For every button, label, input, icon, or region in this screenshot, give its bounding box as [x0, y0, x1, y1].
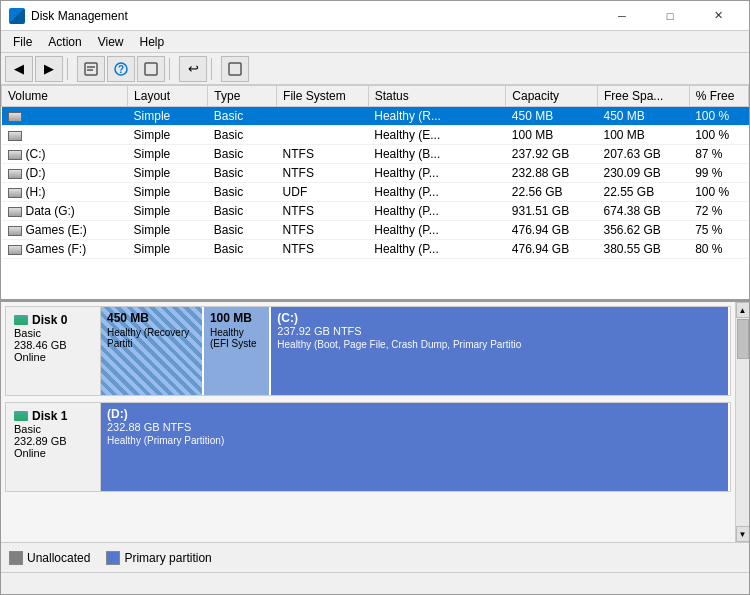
svg-text:?: ? — [118, 64, 124, 75]
partition-name: 100 MB — [210, 311, 263, 325]
disk-type: Basic — [14, 327, 92, 339]
cell-volume: (C:) — [2, 145, 128, 164]
extra-button[interactable] — [221, 56, 249, 82]
table-row[interactable]: (C:)SimpleBasicNTFSHealthy (B...237.92 G… — [2, 145, 749, 164]
help-button[interactable]: ? — [107, 56, 135, 82]
disk-partitions: 450 MBHealthy (Recovery Partiti100 MBHea… — [101, 307, 730, 395]
partition[interactable]: 100 MBHealthy (EFI Syste — [204, 307, 271, 395]
partition-desc: Healthy (Primary Partition) — [107, 435, 722, 446]
menu-action[interactable]: Action — [40, 33, 89, 51]
cell-capacity: 237.92 GB — [506, 145, 598, 164]
partition[interactable]: (C:)237.92 GB NTFSHealthy (Boot, Page Fi… — [271, 307, 730, 395]
partition-size: 237.92 GB NTFS — [277, 325, 722, 337]
col-percentfree[interactable]: % Free — [689, 86, 748, 107]
col-capacity[interactable]: Capacity — [506, 86, 598, 107]
title-bar: Disk Management ─ □ ✕ — [1, 1, 749, 31]
forward-button[interactable]: ▶ — [35, 56, 63, 82]
cell-percentfree: 75 % — [689, 221, 748, 240]
drive-icon — [8, 112, 22, 122]
partition[interactable]: 450 MBHealthy (Recovery Partiti — [101, 307, 204, 395]
drive-icon — [8, 226, 22, 236]
cell-capacity: 22.56 GB — [506, 183, 598, 202]
col-type[interactable]: Type — [208, 86, 277, 107]
legend-primary: Primary partition — [106, 551, 211, 565]
disk-icon — [14, 411, 28, 421]
cell-volume: Data (G:) — [2, 202, 128, 221]
main-window: Disk Management ─ □ ✕ File Action View H… — [0, 0, 750, 595]
table-row[interactable]: (H:)SimpleBasicUDFHealthy (P...22.56 GB2… — [2, 183, 749, 202]
col-volume[interactable]: Volume — [2, 86, 128, 107]
maximize-button[interactable]: □ — [647, 1, 693, 31]
table-row[interactable]: (D:)SimpleBasicNTFSHealthy (P...232.88 G… — [2, 164, 749, 183]
cell-filesystem: NTFS — [277, 221, 369, 240]
col-layout[interactable]: Layout — [128, 86, 208, 107]
cell-layout: Simple — [128, 240, 208, 259]
title-bar-left: Disk Management — [9, 8, 128, 24]
cell-capacity: 931.51 GB — [506, 202, 598, 221]
col-status[interactable]: Status — [368, 86, 506, 107]
disk-type: Basic — [14, 423, 92, 435]
cell-capacity: 450 MB — [506, 107, 598, 126]
close-button[interactable]: ✕ — [695, 1, 741, 31]
cell-layout: Simple — [128, 183, 208, 202]
properties-button[interactable] — [77, 56, 105, 82]
col-filesystem[interactable]: File System — [277, 86, 369, 107]
cell-layout: Simple — [128, 126, 208, 145]
cell-freespace: 230.09 GB — [598, 164, 690, 183]
disk-scrollbar[interactable]: ▲ ▼ — [735, 302, 749, 542]
cell-type: Basic — [208, 145, 277, 164]
unallocated-label: Unallocated — [27, 551, 90, 565]
cell-percentfree: 99 % — [689, 164, 748, 183]
cell-type: Basic — [208, 183, 277, 202]
legend-bar: Unallocated Primary partition — [1, 542, 749, 572]
cell-capacity: 476.94 GB — [506, 221, 598, 240]
refresh-button[interactable] — [137, 56, 165, 82]
cell-volume — [2, 126, 128, 145]
menu-file[interactable]: File — [5, 33, 40, 51]
scroll-track — [736, 318, 749, 526]
disk-partitions: (D:)232.88 GB NTFSHealthy (Primary Parti… — [101, 403, 730, 491]
cell-capacity: 232.88 GB — [506, 164, 598, 183]
table-row[interactable]: SimpleBasicHealthy (R...450 MB450 MB100 … — [2, 107, 749, 126]
cell-layout: Simple — [128, 107, 208, 126]
partition[interactable]: (D:)232.88 GB NTFSHealthy (Primary Parti… — [101, 403, 730, 491]
table-row[interactable]: Data (G:)SimpleBasicNTFSHealthy (P...931… — [2, 202, 749, 221]
scroll-thumb[interactable] — [737, 319, 749, 359]
undo-button[interactable]: ↩ — [179, 56, 207, 82]
primary-swatch — [106, 551, 120, 565]
disk-area[interactable]: Disk 0 Basic 238.46 GB Online 450 MBHeal… — [1, 302, 735, 542]
disk-name: Disk 1 — [14, 409, 92, 423]
disk-label: Disk 1 Basic 232.89 GB Online — [6, 403, 101, 491]
cell-percentfree: 100 % — [689, 126, 748, 145]
partition-size: 232.88 GB NTFS — [107, 421, 722, 433]
cell-freespace: 380.55 GB — [598, 240, 690, 259]
minimize-button[interactable]: ─ — [599, 1, 645, 31]
disk-row: Disk 0 Basic 238.46 GB Online 450 MBHeal… — [5, 306, 731, 396]
cell-percentfree: 87 % — [689, 145, 748, 164]
scroll-down-button[interactable]: ▼ — [736, 526, 750, 542]
cell-type: Basic — [208, 221, 277, 240]
table-row[interactable]: SimpleBasicHealthy (E...100 MB100 MB100 … — [2, 126, 749, 145]
menu-view[interactable]: View — [90, 33, 132, 51]
primary-label: Primary partition — [124, 551, 211, 565]
svg-rect-6 — [229, 63, 241, 75]
cell-percentfree: 80 % — [689, 240, 748, 259]
table-row[interactable]: Games (E:)SimpleBasicNTFSHealthy (P...47… — [2, 221, 749, 240]
back-button[interactable]: ◀ — [5, 56, 33, 82]
cell-type: Basic — [208, 107, 277, 126]
partition-name: (D:) — [107, 407, 722, 421]
col-freespace[interactable]: Free Spa... — [598, 86, 690, 107]
scroll-up-button[interactable]: ▲ — [736, 302, 750, 318]
table-row[interactable]: Games (F:)SimpleBasicNTFSHealthy (P...47… — [2, 240, 749, 259]
cell-filesystem: NTFS — [277, 145, 369, 164]
cell-filesystem: NTFS — [277, 164, 369, 183]
volume-table-area[interactable]: Volume Layout Type File System Status Ca… — [1, 85, 749, 302]
svg-rect-0 — [85, 63, 97, 75]
toolbar-separator-1 — [67, 58, 73, 80]
disk-visual-section: Disk 0 Basic 238.46 GB Online 450 MBHeal… — [1, 302, 749, 542]
disk-label: Disk 0 Basic 238.46 GB Online — [6, 307, 101, 395]
main-content: Volume Layout Type File System Status Ca… — [1, 85, 749, 572]
cell-capacity: 476.94 GB — [506, 240, 598, 259]
menu-help[interactable]: Help — [132, 33, 173, 51]
cell-freespace: 674.38 GB — [598, 202, 690, 221]
